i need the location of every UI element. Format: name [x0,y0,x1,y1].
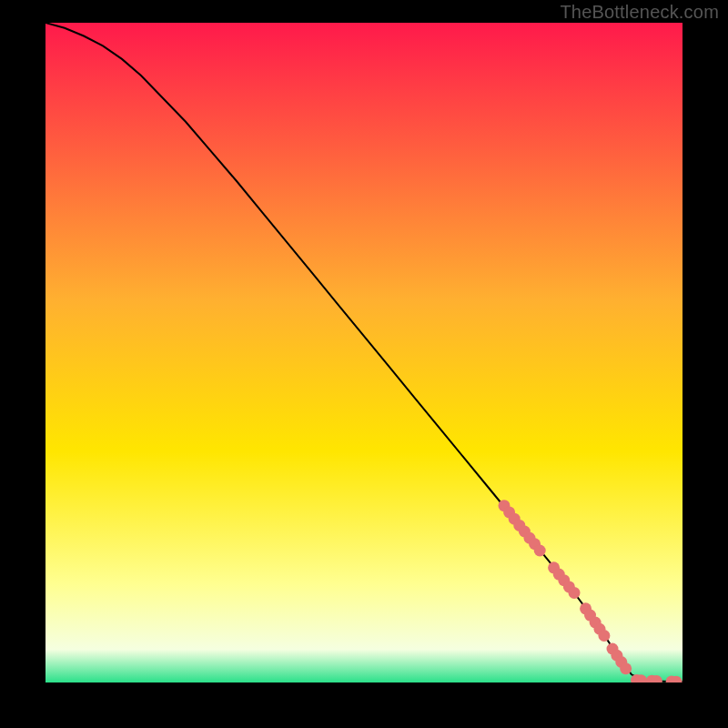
chart-svg [46,23,682,682]
data-marker [569,587,581,599]
data-marker [598,630,610,642]
chart-plot-area [46,23,682,682]
data-marker [620,662,632,674]
chart-stage: { "attribution": "TheBottleneck.com", "c… [0,0,728,728]
attribution-text: TheBottleneck.com [560,2,719,23]
data-marker [534,545,546,557]
gradient-background [46,23,682,682]
